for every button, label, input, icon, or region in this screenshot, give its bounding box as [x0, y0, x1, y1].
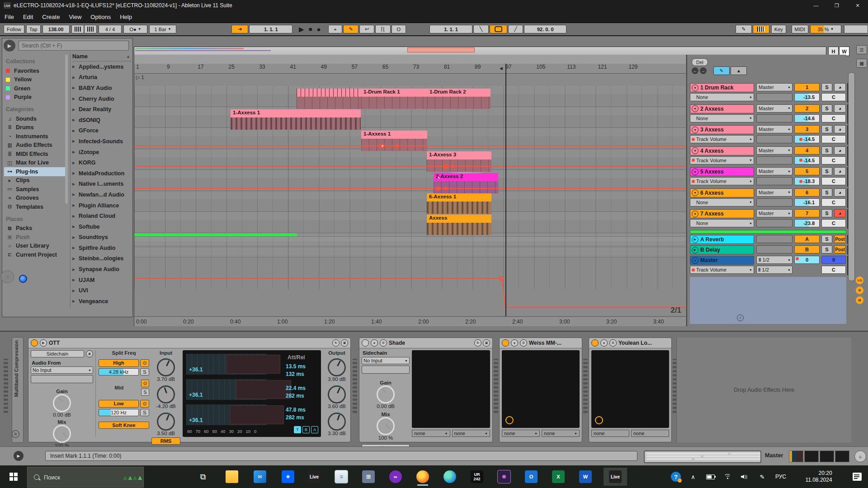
volume-icon[interactable]: )) — [737, 468, 751, 486]
category-item[interactable]: ⊟ Templates — [4, 202, 66, 211]
mid-solo-button[interactable]: S — [141, 389, 149, 396]
sidechain-toggle[interactable]: Sidechain — [31, 350, 84, 357]
arm-button[interactable]: ◕ — [834, 167, 846, 175]
fold-icon[interactable]: ▼ — [692, 147, 698, 154]
nudge-down-button[interactable] — [71, 25, 84, 33]
device-drop-area[interactable]: Drop Audio Effects Here — [676, 338, 851, 442]
device-header[interactable]: ▶ OTT ↻ ▣ — [28, 338, 350, 348]
param2-chooser[interactable]: none▼ — [452, 430, 491, 437]
device-fold-icon[interactable]: ▼ — [371, 339, 378, 347]
param1-chooser[interactable]: none▼ — [412, 430, 450, 437]
clip[interactable]: 6-Axxess 1 — [427, 193, 491, 214]
expand-triangle-icon[interactable]: ▶ — [72, 235, 79, 239]
capture-midi-icon[interactable]: ⌈⌊ — [375, 25, 391, 33]
automation-chooser[interactable]: None▼ — [690, 93, 754, 101]
browser-scrollbar[interactable] — [65, 55, 68, 204]
arrangement-mini-overview[interactable] — [644, 450, 761, 463]
track-activator-number[interactable]: 2 — [794, 104, 820, 113]
clock[interactable]: 20:2011.08.2024 — [794, 468, 844, 486]
plugin-placeholder[interactable] — [412, 350, 490, 428]
output-mid-knob[interactable] — [328, 385, 346, 404]
arrangement-position-icon[interactable]: ➔ — [231, 25, 248, 33]
word-icon[interactable]: W — [576, 468, 594, 486]
category-item[interactable]: ≣ MIDI Effects — [4, 150, 66, 159]
volume-field[interactable]: -18.3 — [794, 177, 820, 185]
automation-chooser[interactable]: None▼ — [690, 114, 754, 122]
expand-triangle-icon[interactable]: ▶ — [72, 75, 79, 80]
loop-length-field[interactable]: 92. 0. 0 — [524, 25, 566, 33]
low-power-icon[interactable]: ⊙ — [140, 400, 149, 408]
fold-icon[interactable]: ▶ — [692, 236, 698, 243]
place-item[interactable]: ▣ Push — [4, 233, 66, 242]
clip[interactable] — [297, 89, 361, 109]
audio-from-chooser[interactable]: No Input▼ — [31, 366, 93, 374]
save-preset-icon[interactable]: ▣ — [341, 339, 348, 347]
help-globe-icon[interactable] — [19, 275, 27, 283]
tempo-field[interactable]: 138.00 — [42, 25, 70, 33]
browser-list-item[interactable]: ▶ Native I...uments — [72, 179, 133, 190]
browser-list-item[interactable]: ▶ Arturia — [72, 72, 133, 83]
groove-amount-control[interactable]: O●▼ — [123, 25, 147, 33]
return-activator[interactable]: B — [794, 245, 820, 253]
clip[interactable]: 1-Axxess 3 — [427, 151, 491, 172]
track-activator-number[interactable]: 3 — [794, 125, 820, 133]
fold-icon[interactable]: ▼ — [692, 257, 698, 264]
expand-triangle-icon[interactable]: ▶ — [72, 65, 79, 69]
save-preset-icon[interactable]: ▣ — [483, 339, 490, 347]
cue-out-chooser[interactable]: ‖ 1/2▼ — [756, 256, 793, 264]
expand-triangle-icon[interactable]: ▶ — [72, 150, 79, 154]
browser-list-item[interactable]: ▶ Softube — [72, 221, 133, 232]
punch-out-icon[interactable]: ╱ — [508, 25, 524, 33]
return-name[interactable]: ▶ A Reverb — [690, 235, 754, 244]
quantize-menu[interactable]: 1 Bar▼ — [149, 25, 176, 33]
automation-chooser[interactable]: Track Volume▼ — [690, 135, 754, 143]
track-header[interactable]: ▼ 5 Axxess Master▼ 5 S ◕ Track Volume▼ — [690, 167, 853, 188]
menu-item[interactable]: Options — [86, 14, 115, 20]
param2-field[interactable]: none — [631, 430, 669, 437]
arm-button[interactable]: ◕ — [834, 146, 846, 155]
return-track-header[interactable]: ▶ B Delay B S Post — [690, 245, 853, 255]
taskbar-search[interactable]: Поиск ▲▲▲▲ — [27, 467, 144, 488]
param1-chooser[interactable]: none▼ — [502, 430, 540, 437]
device-fold-icon[interactable]: ▼ — [600, 339, 608, 347]
wifi-icon[interactable] — [721, 468, 734, 486]
expand-triangle-icon[interactable]: ▶ — [72, 246, 79, 250]
track-name[interactable]: ▼ 5 Axxess — [690, 167, 754, 176]
solo-button[interactable]: S — [821, 167, 832, 175]
expand-triangle-icon[interactable]: ▶ — [72, 214, 79, 218]
file-explorer-icon[interactable] — [223, 468, 241, 486]
status-play-icon[interactable]: ▶ — [14, 451, 24, 461]
place-item[interactable]: ⊏ Current Project — [4, 250, 66, 259]
browser-list-item[interactable]: ▶ MeldaProduction — [72, 168, 133, 179]
track-header[interactable]: ▼ 7 Axxess Master▼ 7 S ◕ None▼ — [690, 209, 853, 230]
solo-button[interactable]: S — [821, 245, 832, 253]
battery-icon[interactable] — [703, 468, 717, 486]
device-header[interactable]: ▼ ⚙ Weiss MM-... — [500, 338, 582, 348]
solo-button[interactable]: S — [821, 125, 832, 133]
obs-like-icon[interactable] — [495, 468, 513, 486]
browser-list-item[interactable]: ▶ Infected-Sounds — [72, 136, 133, 147]
search-input[interactable] — [19, 41, 129, 51]
clip[interactable]: 1-Axxess 1 — [361, 131, 427, 151]
tba-buttons[interactable]: TBA — [294, 426, 318, 433]
fold-icon[interactable]: ▼ — [692, 169, 698, 175]
output-routing-chooser[interactable]: Master▼ — [756, 104, 793, 113]
track-activator-number[interactable]: 6 — [794, 188, 820, 197]
category-item[interactable]: ||| Audio Effects — [4, 141, 66, 150]
output-routing-chooser[interactable]: Master▼ — [756, 167, 793, 175]
device-fold-icon[interactable]: ▼ — [511, 339, 518, 347]
nav-forward-icon[interactable]: → — [700, 67, 707, 74]
browser-list-item[interactable]: ▶ Synapse Audio — [72, 264, 133, 275]
track-activator-number[interactable]: 1 — [794, 83, 820, 91]
time-ruler[interactable]: 0:000:200:401:001:201:402:002:202:403:00… — [134, 316, 686, 326]
low-band-button[interactable]: Low — [99, 400, 139, 408]
master-automation-chooser[interactable]: Track Volume▼ — [690, 266, 754, 274]
browser-list-item[interactable]: ▶ dSONIQ — [72, 115, 133, 126]
expand-triangle-icon[interactable]: ▶ — [72, 299, 79, 303]
browser-list-item[interactable]: ▶ Roland Cloud — [72, 211, 133, 221]
expand-triangle-icon[interactable]: ▶ — [72, 225, 79, 229]
panel-expand-icon[interactable]: ▲ — [854, 450, 866, 462]
collapsed-green-track[interactable] — [690, 230, 846, 234]
place-item[interactable]: ⧉ Packs — [4, 224, 66, 233]
fold-icon[interactable]: ▼ — [692, 189, 698, 196]
